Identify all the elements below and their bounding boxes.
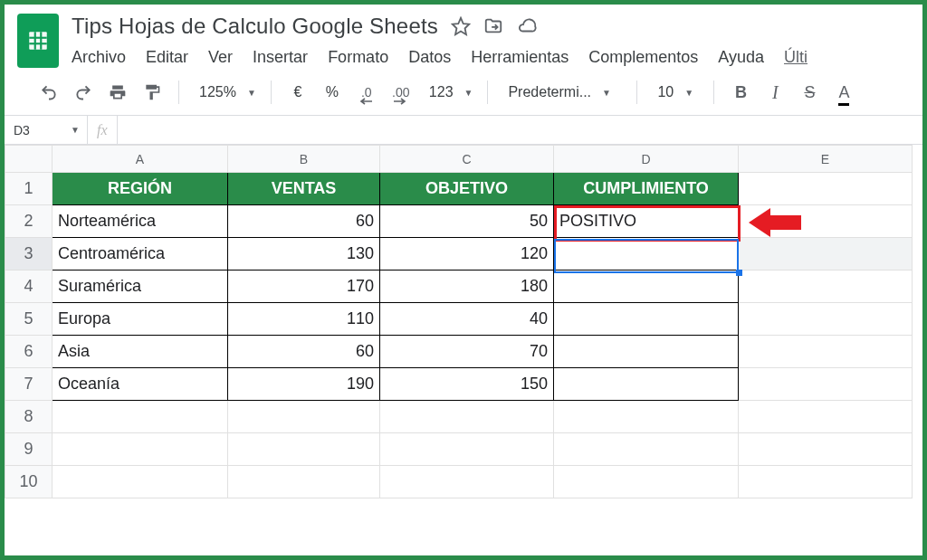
row-header-8[interactable]: 8: [5, 401, 53, 433]
cell-D3[interactable]: [554, 238, 739, 271]
row-header-7[interactable]: 7: [5, 368, 53, 401]
cell-E4[interactable]: [739, 271, 913, 303]
col-header-D[interactable]: D: [554, 146, 739, 173]
font-family-dropdown[interactable]: Predetermi...▼: [499, 84, 626, 100]
row-header-6[interactable]: 6: [5, 336, 53, 368]
cell-D5[interactable]: [554, 303, 739, 336]
cell-E5[interactable]: [739, 303, 913, 336]
cell-C1[interactable]: OBJETIVO: [380, 173, 554, 205]
selection-handle[interactable]: [736, 270, 742, 276]
cell-A1[interactable]: REGIÓN: [53, 173, 228, 205]
cell-C6[interactable]: 70: [380, 336, 554, 368]
cell-D7[interactable]: [554, 368, 739, 401]
cell-B3[interactable]: 130: [228, 238, 380, 271]
italic-button[interactable]: I: [760, 79, 790, 106]
col-header-C[interactable]: C: [380, 146, 554, 173]
menu-ayuda[interactable]: Ayuda: [718, 48, 764, 67]
row-header-1[interactable]: 1: [5, 173, 53, 205]
print-button[interactable]: [102, 79, 133, 106]
cell-B9[interactable]: [228, 433, 380, 466]
cell-C10[interactable]: [380, 466, 554, 498]
cell-A2[interactable]: Norteamérica: [53, 205, 228, 238]
cell-E1[interactable]: [739, 173, 913, 205]
decrease-decimals-button[interactable]: .0: [351, 79, 382, 106]
cell-C4[interactable]: 180: [380, 271, 554, 303]
cell-A9[interactable]: [53, 433, 228, 466]
cell-E6[interactable]: [739, 336, 913, 368]
cell-D2[interactable]: POSITIVO: [554, 205, 739, 238]
row-header-10[interactable]: 10: [5, 466, 53, 498]
cell-B10[interactable]: [228, 466, 380, 498]
strikethrough-button[interactable]: S: [794, 79, 825, 106]
cell-C3[interactable]: 120: [380, 238, 554, 271]
menu-formato[interactable]: Formato: [328, 48, 388, 67]
cloud-status-icon[interactable]: [516, 16, 538, 36]
cell-D9[interactable]: [554, 433, 739, 466]
cell-C7[interactable]: 150: [380, 368, 554, 401]
bold-button[interactable]: B: [725, 79, 756, 106]
cell-B4[interactable]: 170: [228, 271, 380, 303]
cell-A6[interactable]: Asia: [53, 336, 228, 368]
menu-insertar[interactable]: Insertar: [253, 48, 308, 67]
menu-herramientas[interactable]: Herramientas: [471, 48, 569, 67]
col-header-E[interactable]: E: [739, 146, 913, 173]
cell-E9[interactable]: [739, 433, 913, 466]
row-header-5[interactable]: 5: [5, 303, 53, 336]
cell-D6[interactable]: [554, 336, 739, 368]
font-size-dropdown[interactable]: 10▼: [648, 84, 702, 100]
cell-B7[interactable]: 190: [228, 368, 380, 401]
cell-E10[interactable]: [739, 466, 913, 498]
cell-B5[interactable]: 110: [228, 303, 380, 336]
select-all-cell[interactable]: [5, 146, 53, 173]
cell-D8[interactable]: [554, 401, 739, 433]
format-percent-button[interactable]: %: [317, 79, 348, 106]
star-icon[interactable]: [451, 16, 471, 36]
cell-B1[interactable]: VENTAS: [228, 173, 380, 205]
spreadsheet-grid[interactable]: A B C D E 1 REGIÓN VENTAS OBJETIVO CUMPL…: [5, 145, 913, 498]
cell-D1[interactable]: CUMPLIMIENTO: [554, 173, 739, 205]
menu-complementos[interactable]: Complementos: [588, 48, 698, 67]
sheets-logo[interactable]: [17, 14, 59, 68]
row-header-9[interactable]: 9: [5, 433, 53, 466]
cell-E7[interactable]: [739, 368, 913, 401]
menu-archivo[interactable]: Archivo: [72, 48, 126, 67]
cell-E8[interactable]: [739, 401, 913, 433]
menu-editar[interactable]: Editar: [146, 48, 188, 67]
cell-A8[interactable]: [53, 401, 228, 433]
cell-C8[interactable]: [380, 401, 554, 433]
cell-A4[interactable]: Suramérica: [53, 271, 228, 303]
zoom-dropdown[interactable]: 125%▼: [190, 84, 260, 100]
cell-E3[interactable]: [739, 238, 913, 271]
cell-D4[interactable]: [554, 271, 739, 303]
cell-B6[interactable]: 60: [228, 336, 380, 368]
formula-bar[interactable]: [118, 116, 922, 144]
cell-B8[interactable]: [228, 401, 380, 433]
increase-decimals-button[interactable]: .00: [386, 79, 416, 106]
format-currency-button[interactable]: €: [282, 79, 313, 106]
name-box[interactable]: D3 ▼: [5, 116, 88, 144]
col-header-A[interactable]: A: [53, 146, 228, 173]
doc-title[interactable]: Tips Hojas de Calculo Google Sheets: [72, 14, 438, 39]
redo-button[interactable]: [68, 79, 99, 106]
cell-B2[interactable]: 60: [228, 205, 380, 238]
row-header-2[interactable]: 2: [5, 205, 53, 238]
more-formats-dropdown[interactable]: 123▼: [420, 84, 477, 100]
row-header-3[interactable]: 3: [5, 238, 53, 271]
menu-datos[interactable]: Datos: [408, 48, 451, 67]
text-color-button[interactable]: A: [828, 79, 859, 106]
cell-A5[interactable]: Europa: [53, 303, 228, 336]
undo-button[interactable]: [33, 79, 64, 106]
cell-C2[interactable]: 50: [380, 205, 554, 238]
cell-A10[interactable]: [53, 466, 228, 498]
cell-C9[interactable]: [380, 433, 554, 466]
cell-A3[interactable]: Centroamérica: [53, 238, 228, 271]
cell-C5[interactable]: 40: [380, 303, 554, 336]
cell-A7[interactable]: Oceanía: [53, 368, 228, 401]
menu-ultima[interactable]: Últi: [784, 48, 808, 67]
move-folder-icon[interactable]: [483, 16, 503, 36]
menu-ver[interactable]: Ver: [208, 48, 233, 67]
col-header-B[interactable]: B: [228, 146, 380, 173]
paint-format-button[interactable]: [137, 79, 167, 106]
cell-D10[interactable]: [554, 466, 739, 498]
row-header-4[interactable]: 4: [5, 271, 53, 303]
